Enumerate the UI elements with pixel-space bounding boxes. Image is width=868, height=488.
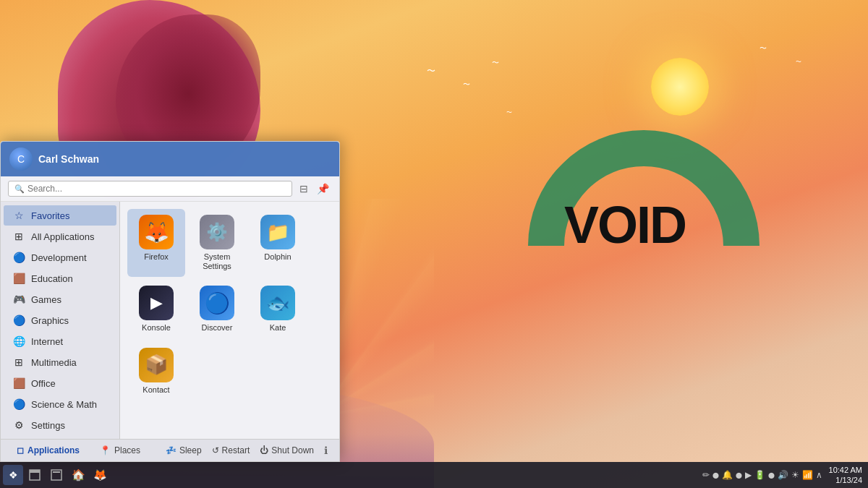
bird-4: 〜 (506, 108, 512, 116)
system-tray: ✏ ⬤ 🔔 ⬤ ▶ 🔋 ⬤ 🔊 ☀ 📶 ∧ (702, 470, 822, 480)
app-firefox[interactable]: Firefox (127, 209, 185, 277)
all-apps-label: All Applications (31, 231, 94, 242)
games-label: Games (31, 294, 61, 305)
app-system-settings[interactable]: System Settings (188, 209, 246, 277)
tray-wifi-icon[interactable]: 📶 (802, 470, 813, 480)
restart-button[interactable]: ↺ Restart (212, 445, 250, 455)
favorites-label: Favorites (31, 210, 69, 221)
sidebar-item-multimedia[interactable]: ⊞ Multimedia (4, 352, 116, 372)
sidebar-item-graphics[interactable]: 🔵 Graphics (4, 310, 116, 330)
app-menu-button[interactable]: ❖ (3, 465, 23, 485)
graphics-icon: 🔵 (12, 314, 25, 326)
svg-rect-1 (30, 470, 40, 473)
menu-body: ☆ Favorites ⊞ All Applications 🔵 Develop… (1, 202, 339, 439)
void-logo: VOID (528, 130, 760, 361)
tray-volume-icon[interactable]: 🔊 (778, 470, 788, 480)
system-settings-label: System Settings (191, 252, 243, 271)
restart-icon: ↺ (212, 445, 219, 455)
system-settings-icon (200, 215, 234, 249)
shutdown-icon: ⏻ (260, 445, 268, 455)
app-konsole[interactable]: Konsole (127, 280, 185, 338)
sidebar-item-settings[interactable]: ⚙ Settings (4, 415, 116, 435)
clock-time: 10:42 AM (829, 465, 862, 475)
applications-tab-icon: ◻ (17, 445, 24, 455)
more-info-button[interactable]: ℹ (324, 445, 328, 456)
menu-search-bar: 🔍 ⊟ 📌 (1, 176, 339, 202)
avatar-letter: C (17, 153, 25, 165)
bird-3: 〜 (492, 58, 499, 68)
internet-icon: 🌐 (12, 335, 25, 347)
kontact-icon (139, 348, 174, 382)
app-discover[interactable]: Discover (188, 280, 246, 338)
kontact-label: Kontact (142, 385, 169, 395)
multimedia-icon: ⊞ (12, 356, 25, 368)
sidebar-item-all-applications[interactable]: ⊞ All Applications (4, 226, 116, 247)
desktop: VOID 〜 〜 〜 〜 〜 〜 C Carl Schwan 🔍 ⊟ 📌 (0, 0, 868, 488)
dolphin-icon (260, 215, 295, 249)
applications-tab-label: Applications (27, 445, 80, 455)
favorites-icon: ☆ (12, 210, 25, 221)
tray-dot2-icon[interactable]: ⬤ (736, 472, 742, 479)
sidebar-settings-icon: ⚙ (12, 419, 25, 431)
tray-brightness-icon[interactable]: ☀ (791, 470, 799, 480)
science-icon: 🔵 (12, 398, 25, 410)
search-input[interactable] (27, 184, 286, 194)
home-icon: 🏠 (72, 468, 85, 481)
konsole-label: Konsole (142, 323, 171, 333)
kate-icon (260, 286, 295, 320)
restart-label: Restart (222, 445, 250, 455)
taskbar-btn-1[interactable] (25, 465, 45, 485)
bg-sun-decoration (651, 58, 709, 116)
office-icon: 🟫 (12, 377, 25, 389)
tray-dot1-icon[interactable]: ⬤ (712, 472, 719, 479)
shutdown-button[interactable]: ⏻ Shut Down (260, 445, 314, 455)
tray-edit-icon[interactable]: ✏ (702, 470, 710, 480)
app-menu-icon: ❖ (9, 469, 18, 481)
footer-tabs: ◻ Applications 📍 Places (12, 444, 145, 457)
tab-places[interactable]: 📍 Places (95, 444, 145, 457)
sidebar-item-science-math[interactable]: 🔵 Science & Math (4, 394, 116, 414)
education-label: Education (31, 273, 73, 284)
taskbar-btn-firefox[interactable]: 🦊 (90, 465, 110, 485)
sidebar-item-favorites[interactable]: ☆ Favorites (4, 205, 116, 226)
development-icon: 🔵 (12, 252, 25, 263)
menu-sidebar: ☆ Favorites ⊞ All Applications 🔵 Develop… (1, 202, 120, 439)
user-name: Carl Schwan (38, 153, 99, 165)
sleep-button[interactable]: 💤 Sleep (166, 445, 202, 455)
search-icon: 🔍 (14, 184, 25, 194)
tray-battery-icon[interactable]: 🔋 (754, 470, 765, 480)
sidebar-item-office[interactable]: 🟫 Office (4, 373, 116, 393)
taskbar-btn-3[interactable]: 🏠 (68, 465, 88, 485)
taskbar: ❖ 🏠 🦊 ✏ (0, 462, 868, 488)
tray-play-icon[interactable]: ▶ (745, 470, 752, 480)
sleep-icon: 💤 (166, 445, 176, 455)
search-grid-btn[interactable]: ⊟ (297, 181, 311, 196)
firefox-label: Firefox (144, 252, 169, 262)
app-kontact[interactable]: Kontact (127, 342, 185, 401)
sidebar-item-development[interactable]: 🔵 Development (4, 247, 116, 267)
tray-bell-icon[interactable]: 🔔 (722, 470, 733, 480)
discover-label: Discover (202, 323, 233, 333)
window-icon-2 (51, 469, 62, 481)
tray-dot3-icon[interactable]: ⬤ (768, 472, 775, 479)
app-kate[interactable]: Kate (249, 280, 307, 338)
search-input-wrap: 🔍 (8, 181, 292, 197)
multimedia-label: Multimedia (31, 357, 77, 368)
sidebar-item-education[interactable]: 🟫 Education (4, 268, 116, 288)
sidebar-item-internet[interactable]: 🌐 Internet (4, 331, 116, 351)
all-apps-icon: ⊞ (12, 231, 25, 242)
search-pin-btn[interactable]: 📌 (314, 181, 332, 196)
settings-label: Settings (31, 420, 65, 431)
science-label: Science & Math (31, 399, 97, 410)
user-avatar: C (9, 147, 33, 171)
internet-label: Internet (31, 336, 63, 347)
tray-overflow-icon[interactable]: ∧ (816, 470, 822, 480)
clock-date: 1/13/24 (835, 475, 862, 485)
taskbar-btn-2[interactable] (46, 465, 67, 485)
tab-applications[interactable]: ◻ Applications (12, 444, 84, 457)
sidebar-item-games[interactable]: 🎮 Games (4, 289, 116, 309)
places-tab-label: Places (114, 445, 140, 455)
bird-2: 〜 (463, 80, 470, 90)
app-dolphin[interactable]: Dolphin (249, 209, 307, 277)
svg-rect-3 (53, 471, 60, 473)
